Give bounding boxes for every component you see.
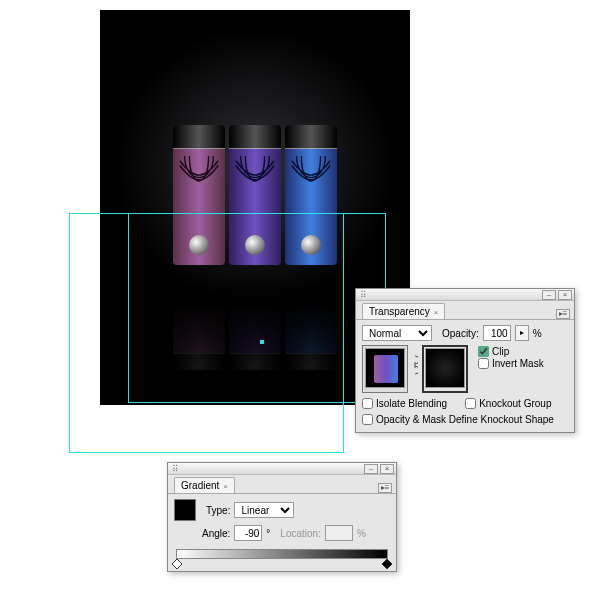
location-suffix: % (357, 528, 366, 539)
gradient-stop-start[interactable] (172, 559, 182, 569)
grip-icon: ⠿ (360, 290, 365, 300)
opacity-flyout-button[interactable]: ▸ (515, 325, 529, 341)
location-label: Location: (280, 528, 321, 539)
tab-transparency[interactable]: Transparency× (362, 303, 445, 319)
panel-menu-button[interactable]: ▸≡ (556, 309, 570, 319)
gradient-stop-end[interactable] (382, 559, 392, 569)
opacity-suffix: % (533, 328, 542, 339)
define-knockout-checkbox[interactable]: Opacity & Mask Define Knockout Shape (362, 414, 568, 425)
invert-mask-checkbox[interactable]: Invert Mask (478, 358, 544, 369)
grip-icon: ⠿ (172, 464, 177, 474)
close-button[interactable]: × (380, 464, 394, 474)
isolate-blending-checkbox[interactable]: Isolate Blending (362, 398, 447, 409)
degree-icon: ° (266, 528, 270, 539)
transparency-panel[interactable]: ⠿ – × Transparency× ▸≡ Normal Opacity: ▸… (355, 288, 575, 433)
panel-titlebar[interactable]: ⠿ – × (356, 289, 574, 301)
panel-menu-button[interactable]: ▸≡ (378, 483, 392, 493)
artwork-thumbnail[interactable] (365, 348, 405, 388)
gradient-type-select[interactable]: Linear (234, 502, 294, 518)
selection-center-handle[interactable] (260, 340, 264, 344)
tab-gradient[interactable]: Gradient× (174, 477, 235, 493)
opacity-input[interactable] (483, 325, 511, 341)
panel-titlebar[interactable]: ⠿ – × (168, 463, 396, 475)
angle-input[interactable] (234, 525, 262, 541)
selection-box-outer[interactable] (69, 213, 344, 453)
gradient-panel[interactable]: ⠿ – × Gradient× ▸≡ Type: Linear Angle: °… (167, 462, 397, 572)
type-label: Type: (206, 505, 230, 516)
opacity-label: Opacity: (442, 328, 479, 339)
minimize-button[interactable]: – (364, 464, 378, 474)
knockout-group-checkbox[interactable]: Knockout Group (465, 398, 551, 409)
clip-checkbox[interactable]: Clip (478, 346, 544, 357)
minimize-button[interactable]: – (542, 290, 556, 300)
gradient-swatch[interactable] (174, 499, 196, 521)
close-button[interactable]: × (558, 290, 572, 300)
angle-label: Angle: (202, 528, 230, 539)
tab-close-icon[interactable]: × (223, 482, 228, 491)
location-input (325, 525, 353, 541)
mask-link-icon[interactable] (412, 345, 418, 385)
tab-label: Gradient (181, 480, 219, 491)
blend-mode-select[interactable]: Normal (362, 325, 432, 341)
mask-thumbnail[interactable] (425, 348, 465, 388)
tab-close-icon[interactable]: × (434, 308, 439, 317)
gradient-track[interactable] (176, 549, 388, 559)
tab-label: Transparency (369, 306, 430, 317)
gradient-slider[interactable] (176, 545, 388, 565)
